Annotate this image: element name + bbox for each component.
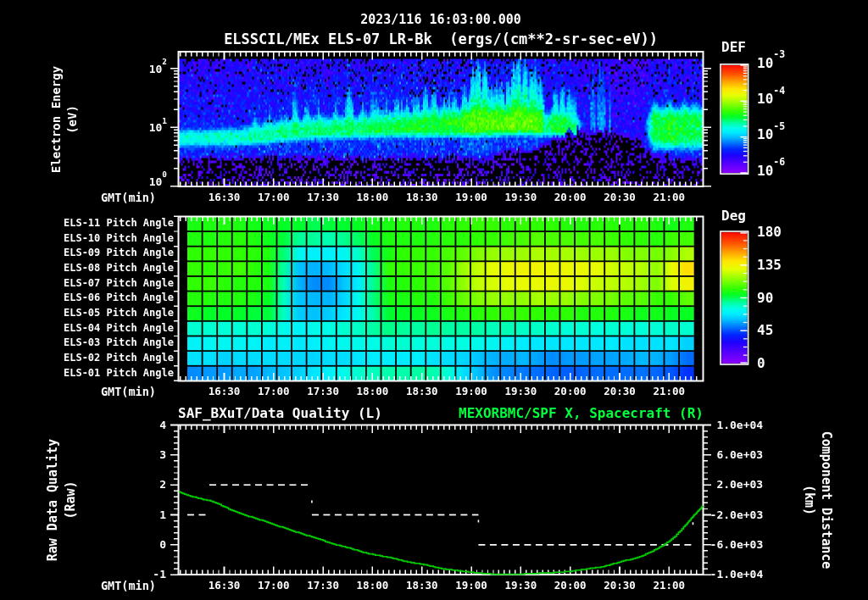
x-tick-label-p2: 17:30 [295,385,351,397]
axis-title-electron-energy: Electron Energy(eV) [48,0,81,289]
row-label: ELS-08 Pitch Angle [51,262,174,274]
colorbar-def-tick-label: 10-3 [757,53,785,71]
els-summary-plot: 2023/116 16:03:00.000 ELSSCIL/MEx ELS-07… [0,0,868,600]
y-tick-label-energy: 100 [114,174,167,188]
colorbar-deg-tick-label: 135 [757,257,782,273]
y-tick-label-quality: -1 [127,568,166,581]
y-tick-label-distance: -1.0e+04 [710,568,764,581]
y-tick-label-distance: -2.0e+03 [710,508,764,521]
x-tick-label-p3: 17:30 [295,579,351,592]
colorbar-deg-tick-label: 180 [757,224,782,240]
y-tick-label-energy: 102 [114,61,167,75]
colorbar-deg-tick-label: 0 [757,355,765,371]
x-tick-label-p1: 19:30 [492,191,548,203]
x-tick-label-p3: 19:30 [492,579,548,592]
x-tick-label-p1: 18:00 [344,191,400,203]
colorbar-def-tick-label: 10-6 [757,161,785,179]
x-tick-label-p1: 16:30 [197,191,253,203]
x-tick-label-p3: 18:30 [394,579,450,592]
x-tick-label-p3: 19:00 [443,579,499,592]
row-label: ELS-10 Pitch Angle [51,232,174,244]
y-tick-label-quality: 1 [127,508,166,521]
colorbar-def-tick-label: 10-4 [757,89,785,107]
colorbar-def-tick-label: 10-5 [757,125,785,142]
row-label: ELS-06 Pitch Angle [51,292,174,303]
x-tick-label-p1: 21:00 [641,191,697,203]
colorbar-deg-tick-label: 90 [757,290,773,306]
x-tick-label-p3: 20:30 [592,579,648,592]
page-title-datetime: 2023/116 16:03:00.000 [178,12,704,27]
x-tick-label-p1: 19:00 [443,191,499,203]
x-tick-label-p1: 20:00 [542,191,598,203]
y-tick-label-quality: 4 [127,419,166,431]
x-tick-label-p1: 20:30 [592,191,648,203]
x-tick-label-p2: 20:00 [542,385,598,397]
y-tick-label-distance: 2.0e+03 [716,478,763,491]
row-label: ELS-01 Pitch Angle [51,367,174,379]
panel3-title-right: MEXORBMC/SPF X, Spacecraft (R) [348,405,704,421]
colorbar-deg-tick-label: 45 [757,322,773,338]
row-label: ELS-09 Pitch Angle [51,247,174,258]
x-tick-label-p2: 18:00 [344,385,400,397]
x-tick-label-p3: 21:00 [641,579,697,592]
x-tick-label-p1: 17:00 [246,191,302,203]
row-label: ELS-03 Pitch Angle [51,336,174,348]
y-tick-label-quality: 0 [127,538,166,551]
x-tick-label-p2: 21:00 [641,385,697,397]
x-tick-label-p3: 18:00 [344,579,400,592]
x-tick-label-p3: 17:00 [246,579,302,592]
row-label: ELS-07 Pitch Angle [51,277,174,289]
x-tick-label-p3: 20:00 [542,579,598,592]
axis-title-component-distance: Component Distance(km) [801,331,835,600]
x-tick-label-p1: 18:30 [394,191,450,203]
row-label: ELS-02 Pitch Angle [51,352,174,364]
row-label: ELS-04 Pitch Angle [51,322,174,334]
x-tick-label-p2: 17:00 [246,385,302,397]
x-tick-label-p2: 16:30 [197,385,253,397]
page-title-source: ELSSCIL/MEx ELS-07 LR-Bk (ergs/(cm**2-sr… [178,31,704,47]
x-tick-label-p1: 17:30 [295,191,351,203]
y-tick-label-quality: 3 [127,448,166,461]
y-tick-label-distance: 6.0e+03 [716,448,763,461]
y-tick-label-distance: -6.0e+03 [710,538,764,551]
row-label: ELS-11 Pitch Angle [51,217,174,229]
colorbar-title-deg: Deg [721,208,772,224]
y-tick-label-quality: 2 [127,478,166,491]
row-label: ELS-05 Pitch Angle [51,307,174,319]
x-tick-label-p2: 20:30 [592,385,648,397]
gmt-label-panel2: GMT(min) [88,385,156,398]
y-tick-label-distance: 1.0e+04 [716,419,763,431]
y-tick-label-energy: 101 [114,119,167,134]
x-tick-label-p2: 18:30 [394,385,450,397]
gmt-label-panel1: GMT(min) [88,191,156,204]
gmt-label-panel3: GMT(min) [88,579,156,592]
x-tick-label-p3: 16:30 [197,579,253,592]
x-tick-label-p2: 19:30 [492,385,548,397]
x-tick-label-p2: 19:00 [443,385,499,397]
